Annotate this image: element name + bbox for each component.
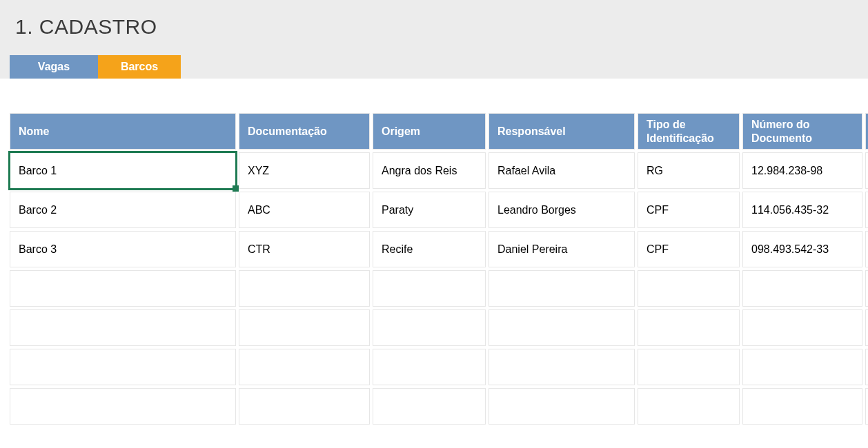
empty-cell[interactable]: [239, 388, 370, 425]
empty-cell[interactable]: [239, 270, 370, 307]
empty-cell[interactable]: [638, 388, 740, 425]
cell-overflow[interactable]: [865, 231, 868, 267]
cell-documentacao[interactable]: XYZ: [239, 152, 370, 189]
cell-tipo_id[interactable]: RG: [638, 152, 740, 189]
cell-numero_doc[interactable]: 114.056.435-32: [742, 192, 862, 228]
tabs-container: Vagas Barcos: [0, 55, 868, 79]
tab-vagas[interactable]: Vagas: [10, 55, 98, 79]
column-header-documentacao[interactable]: Documentação: [239, 113, 370, 150]
empty-cell[interactable]: [489, 309, 635, 346]
column-header-tipo_id[interactable]: Tipo de Identificação: [638, 113, 740, 150]
column-header-overflow[interactable]: [865, 113, 868, 150]
page-title: 1. CADASTRO: [0, 7, 868, 55]
empty-cell[interactable]: [10, 349, 236, 385]
cell-documentacao[interactable]: CTR: [239, 231, 370, 267]
cell-tipo_id[interactable]: CPF: [638, 192, 740, 228]
table-barcos: NomeDocumentaçãoOrigemResponsávelTipo de…: [0, 79, 868, 425]
column-header-numero_doc[interactable]: Número do Documento: [742, 113, 862, 150]
cell-nome[interactable]: Barco 1: [10, 152, 236, 189]
cell-origem[interactable]: Paraty: [373, 192, 486, 228]
cell-numero_doc[interactable]: 12.984.238-98: [742, 152, 862, 189]
cell-nome[interactable]: Barco 3: [10, 231, 236, 267]
empty-cell[interactable]: [10, 388, 236, 425]
empty-cell[interactable]: [10, 309, 236, 346]
empty-cell[interactable]: [742, 270, 862, 307]
cell-nome[interactable]: Barco 2: [10, 192, 236, 228]
cell-documentacao[interactable]: ABC: [239, 192, 370, 228]
empty-cell[interactable]: [865, 309, 868, 346]
empty-cell[interactable]: [638, 309, 740, 346]
cell-origem[interactable]: Angra dos Reis: [373, 152, 486, 189]
empty-cell[interactable]: [865, 349, 868, 385]
empty-cell[interactable]: [239, 309, 370, 346]
empty-cell[interactable]: [742, 309, 862, 346]
empty-cell[interactable]: [489, 270, 635, 307]
empty-cell[interactable]: [865, 388, 868, 425]
cell-overflow[interactable]: [865, 152, 868, 189]
empty-cell[interactable]: [742, 388, 862, 425]
column-header-nome[interactable]: Nome: [10, 113, 236, 150]
empty-cell[interactable]: [373, 309, 486, 346]
empty-cell[interactable]: [373, 349, 486, 385]
empty-cell[interactable]: [373, 270, 486, 307]
column-header-responsavel[interactable]: Responsável: [489, 113, 635, 150]
cell-responsavel[interactable]: Daniel Pereira: [489, 231, 635, 267]
empty-cell[interactable]: [373, 388, 486, 425]
empty-cell[interactable]: [638, 270, 740, 307]
column-header-origem[interactable]: Origem: [373, 113, 486, 150]
empty-cell[interactable]: [865, 270, 868, 307]
empty-cell[interactable]: [489, 388, 635, 425]
cell-overflow[interactable]: [865, 192, 868, 228]
cell-origem[interactable]: Recife: [373, 231, 486, 267]
cell-tipo_id[interactable]: CPF: [638, 231, 740, 267]
empty-cell[interactable]: [489, 349, 635, 385]
tab-barcos[interactable]: Barcos: [98, 55, 181, 79]
cell-responsavel[interactable]: Rafael Avila: [489, 152, 635, 189]
cell-responsavel[interactable]: Leandro Borges: [489, 192, 635, 228]
empty-cell[interactable]: [742, 349, 862, 385]
empty-cell[interactable]: [638, 349, 740, 385]
empty-cell[interactable]: [239, 349, 370, 385]
cell-numero_doc[interactable]: 098.493.542-33: [742, 231, 862, 267]
empty-cell[interactable]: [10, 270, 236, 307]
